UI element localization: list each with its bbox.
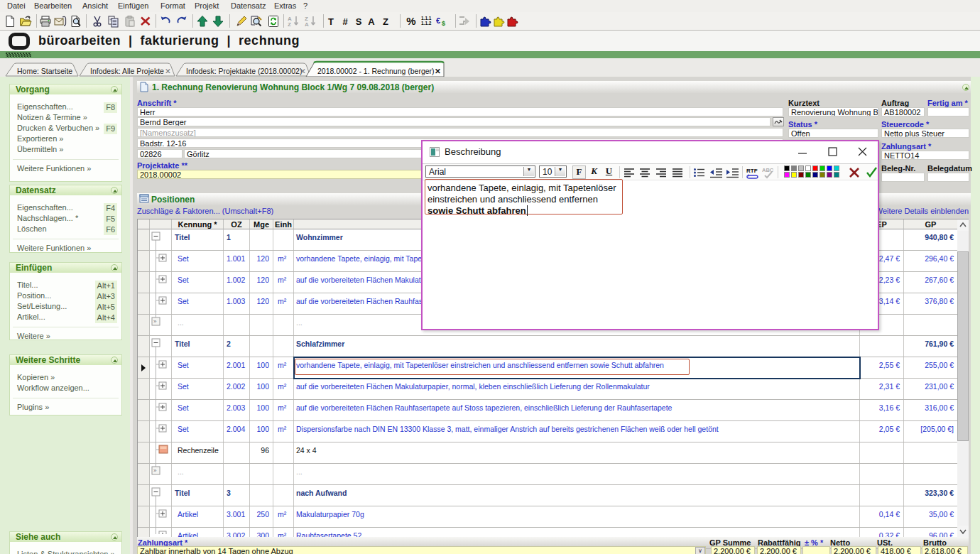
svg-text:1.1.1: 1.1.1 bbox=[421, 16, 432, 21]
svg-text:A: A bbox=[368, 16, 375, 27]
svg-text:#: # bbox=[342, 16, 348, 27]
svg-text:Z: Z bbox=[288, 21, 291, 28]
svg-text:»: » bbox=[153, 318, 157, 325]
svg-text:€: € bbox=[436, 16, 440, 25]
svg-text:T: T bbox=[328, 16, 334, 27]
svg-text:RTF: RTF bbox=[746, 168, 758, 174]
svg-text:»: » bbox=[153, 467, 157, 474]
svg-text:A: A bbox=[305, 21, 309, 28]
svg-text:%: % bbox=[406, 15, 415, 27]
svg-text:Z: Z bbox=[383, 16, 388, 27]
svg-text:1.1.2: 1.1.2 bbox=[421, 21, 432, 26]
svg-text:S: S bbox=[356, 16, 362, 27]
svg-text:$: $ bbox=[442, 20, 445, 27]
